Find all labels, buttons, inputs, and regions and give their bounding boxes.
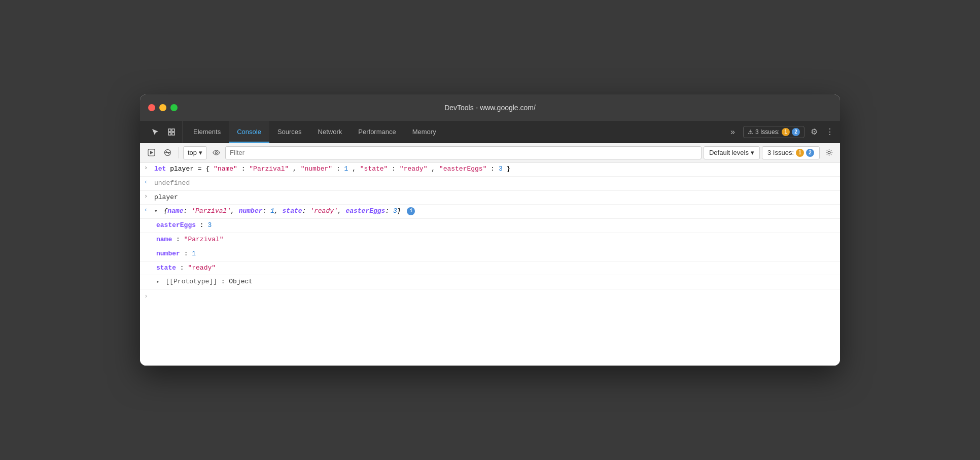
console-settings-button[interactable]	[822, 146, 836, 160]
tab-elements[interactable]: Elements	[185, 121, 229, 143]
val-1: 1	[344, 165, 348, 173]
tab-list: Elements Console Sources Network Perform…	[185, 121, 726, 143]
warning-icon: ⚠	[748, 128, 753, 136]
output-arrow-2: ‹	[144, 178, 151, 186]
prop-name: name : "Parzival"	[140, 233, 840, 247]
devtools-window: DevTools - www.google.com/ Elements	[140, 94, 840, 366]
toolbar-icons	[144, 121, 183, 143]
val-3: 3	[499, 165, 503, 173]
output-arrow-4: ‹	[144, 206, 151, 214]
chevron-down-icon: ▾	[199, 149, 202, 156]
console-input-content-3: player	[154, 192, 836, 203]
issues-info-badge: 2	[792, 128, 800, 136]
toolbar-info-badge: 2	[806, 149, 814, 157]
collapse-arrow-icon[interactable]: ▾	[154, 208, 158, 214]
keyword-let: let	[154, 165, 166, 173]
more-tabs-button[interactable]: »	[726, 127, 739, 137]
prop-number: number : 1	[140, 247, 840, 261]
svg-rect-2	[168, 133, 171, 135]
window-title: DevTools - www.google.com/	[444, 104, 536, 112]
svg-point-10	[828, 151, 830, 154]
key-eastereggs: "easterEggs"	[439, 165, 487, 173]
prop-prototype-content: ▸ [[Prototype]] : Object	[156, 277, 836, 287]
console-toolbar: top ▾ Default levels ▾ 3 Issues: 1 2	[140, 143, 840, 162]
input-arrow-3[interactable]: ›	[144, 192, 151, 200]
object-info-badge[interactable]: i	[407, 207, 415, 215]
tab-console[interactable]: Console	[229, 121, 269, 143]
svg-marker-5	[150, 151, 153, 154]
svg-rect-3	[172, 133, 174, 135]
close-button[interactable]	[148, 104, 155, 111]
issues-text: 3 Issues:	[767, 149, 794, 156]
context-selector[interactable]: top ▾	[183, 146, 207, 159]
prop-eastereggs-content: easterEggs : 3	[156, 220, 836, 231]
tab-performance[interactable]: Performance	[350, 121, 404, 143]
val-parzival: "Parzival"	[249, 165, 289, 173]
prop-state: state : "ready"	[140, 261, 840, 276]
console-output-line-4: ‹ ▾ {name: 'Parzival', number: 1, state:…	[140, 205, 840, 219]
expand-prototype-icon[interactable]: ▸	[156, 279, 160, 285]
key-number: "number"	[301, 165, 332, 173]
tab-bar: Elements Console Sources Network Perform…	[140, 121, 840, 143]
prop-name-content: name : "Parzival"	[156, 235, 836, 245]
console-input-line-3: › player	[140, 191, 840, 205]
traffic-lights	[148, 104, 178, 111]
issues-warning-badge: 1	[782, 128, 790, 136]
issues-badge[interactable]: ⚠ 3 Issues: 1 2	[743, 126, 804, 138]
console-output: › let player = { "name" : "Parzival" , "…	[140, 162, 840, 366]
console-output-line-2: ‹ undefined	[140, 177, 840, 191]
minimize-button[interactable]	[159, 104, 166, 111]
clear-console-button[interactable]	[160, 146, 174, 160]
filter-input[interactable]	[225, 146, 702, 159]
console-object-summary: ▾ {name: 'Parzival', number: 1, state: '…	[154, 206, 836, 217]
inspect-icon[interactable]	[164, 125, 179, 139]
cursor-arrow: ›	[144, 292, 148, 300]
input-arrow-1[interactable]: ›	[144, 164, 151, 172]
levels-selector[interactable]: Default levels ▾	[704, 146, 760, 159]
prop-number-content: number : 1	[156, 249, 836, 259]
prop-state-content: state : "ready"	[156, 263, 836, 274]
toolbar-divider	[179, 147, 179, 158]
tab-network[interactable]: Network	[310, 121, 351, 143]
issues-label: 3 Issues:	[755, 128, 780, 136]
toolbar-warning-badge: 1	[796, 149, 804, 157]
console-input-line-1: › let player = { "name" : "Parzival" , "…	[140, 162, 840, 177]
console-output-content-2: undefined	[154, 178, 836, 189]
cursor-icon[interactable]	[148, 125, 162, 139]
maximize-button[interactable]	[170, 104, 178, 111]
context-label: top	[188, 149, 197, 156]
execute-button[interactable]	[144, 146, 158, 160]
tab-right-controls: » ⚠ 3 Issues: 1 2 ⚙ ⋮	[726, 121, 836, 143]
eye-button[interactable]	[209, 146, 223, 160]
prop-prototype: ▸ [[Prototype]] : Object	[140, 275, 840, 289]
issues-count-toolbar[interactable]: 3 Issues: 1 2	[762, 146, 820, 159]
tab-memory[interactable]: Memory	[404, 121, 444, 143]
prop-eastereggs: easterEggs : 3	[140, 219, 840, 233]
settings-button[interactable]: ⚙	[809, 127, 820, 137]
key-state: "state"	[360, 165, 388, 173]
svg-point-9	[215, 152, 217, 154]
key-name: "name"	[214, 165, 237, 173]
title-bar: DevTools - www.google.com/	[140, 94, 840, 121]
more-options-button[interactable]: ⋮	[824, 127, 836, 137]
levels-label: Default levels	[709, 149, 749, 156]
tab-sources[interactable]: Sources	[269, 121, 310, 143]
val-ready: "ready"	[400, 165, 428, 173]
svg-rect-0	[168, 129, 171, 132]
console-cursor-line[interactable]: ›	[140, 289, 840, 303]
svg-rect-1	[172, 129, 174, 132]
undefined-text: undefined	[154, 179, 190, 187]
player-ref: player	[154, 193, 178, 201]
console-input-content-1: let player = { "name" : "Parzival" , "nu…	[154, 164, 836, 175]
levels-chevron-icon: ▾	[751, 149, 754, 156]
